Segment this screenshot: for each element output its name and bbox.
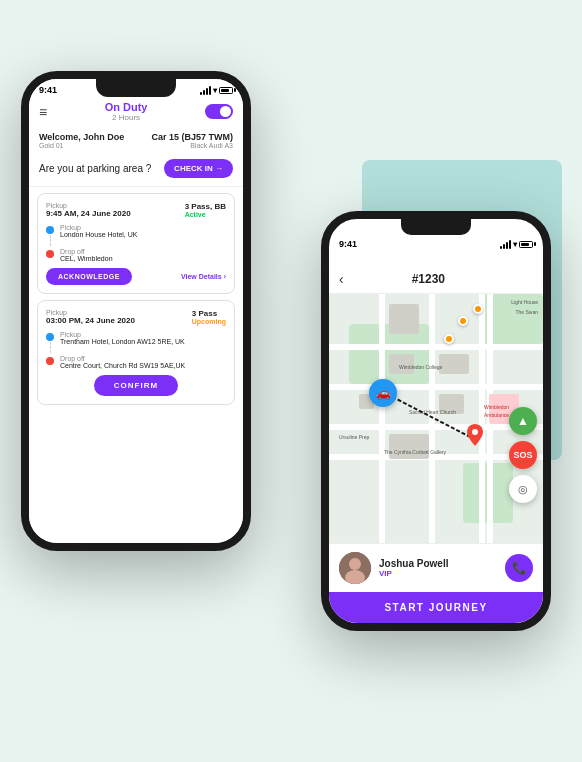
phone-icon: 📞 <box>512 561 527 575</box>
trip2-left: Pickup 03:00 PM, 24 June 2020 <box>46 309 135 325</box>
trip2-pickup-loc: Trentham Hotel, London AW12 5RE, UK <box>60 338 185 345</box>
right-signal-icon <box>500 240 511 249</box>
phones-container: 9:41 ▾ ≡ On Du <box>11 11 571 751</box>
parking-row: Are you at parking area ? CHECK IN → <box>29 151 243 187</box>
trip2-time: 03:00 PM, 24 June 2020 <box>46 316 135 325</box>
trip2-status: Upcoming <box>192 318 226 325</box>
trip1-actions: ACKNOWLEDGE View Details › <box>46 268 226 285</box>
dropoff-marker <box>467 424 483 450</box>
car-model: Black Audi A3 <box>151 142 233 149</box>
right-wifi-icon: ▾ <box>513 240 517 249</box>
passenger-info: Joshua Powell VIP <box>339 552 448 584</box>
trip1-label: Pickup <box>46 202 131 209</box>
trip2-header: Pickup 03:00 PM, 24 June 2020 3 Pass Upc… <box>46 309 226 325</box>
right-phone: 9:41 ▾ ‹ #1230 <box>321 211 551 631</box>
left-time: 9:41 <box>39 85 57 95</box>
confirm-button[interactable]: CONFIRM <box>94 375 178 396</box>
trip1-status: Active <box>185 211 226 218</box>
right-status-icons: ▾ <box>500 240 533 249</box>
trip1-dropoff-info: Drop off CEL, Wimbledon <box>60 248 113 262</box>
passenger-bar: Joshua Powell VIP 📞 <box>329 543 543 592</box>
fab-container: ▲ SOS ◎ <box>509 407 537 503</box>
app-header: ≡ On Duty 2 Hours <box>29 97 243 128</box>
welcome-left: Welcome, John Doe Gold 01 <box>39 132 124 149</box>
start-journey-button[interactable]: START JOURNEY <box>329 592 543 623</box>
svg-line-0 <box>387 394 474 439</box>
battery-icon <box>219 87 233 94</box>
back-button[interactable]: ‹ <box>339 271 344 287</box>
trip2-right: 3 Pass Upcoming <box>192 309 226 325</box>
passenger-avatar <box>339 552 371 584</box>
wifi-icon: ▾ <box>213 86 217 95</box>
dropoff-dot-icon <box>46 250 54 258</box>
header-center: On Duty 2 Hours <box>105 101 148 122</box>
trip2-route: Pickup Trentham Hotel, London AW12 5RE, … <box>46 331 226 369</box>
left-status-icons: ▾ <box>200 86 233 95</box>
rank-label: Gold 01 <box>39 142 124 149</box>
car-info: Car 15 (BJ57 TWM) Black Audi A3 <box>151 132 233 149</box>
map-area: Light House The Swan Wimbledon College S… <box>329 294 543 543</box>
call-button[interactable]: 📞 <box>505 554 533 582</box>
parking-question: Are you at parking area ? <box>39 163 151 174</box>
trip2-route-dashes-icon <box>46 342 54 353</box>
right-battery-icon <box>519 241 533 248</box>
acknowledge-button[interactable]: ACKNOWLEDGE <box>46 268 132 285</box>
view-details-link[interactable]: View Details › <box>181 273 226 280</box>
svg-point-3 <box>349 558 361 570</box>
sos-fab[interactable]: SOS <box>509 441 537 469</box>
trip2-pass: 3 Pass <box>192 309 226 318</box>
trip1-header: Pickup 9:45 AM, 24 June 2020 3 Pass, BB … <box>46 202 226 218</box>
duty-label: On Duty <box>105 101 148 113</box>
poi-church <box>444 334 454 344</box>
trip1-route: Pickup London House Hotel, UK Drop off C… <box>46 224 226 262</box>
car-plate: Car 15 (BJ57 TWM) <box>151 132 233 142</box>
route-dashes-icon <box>46 235 54 246</box>
left-phone-notch <box>96 79 176 97</box>
poi-lighthouse <box>473 304 483 314</box>
booking-id: #1230 <box>412 272 445 286</box>
trip1-pickup-row: Pickup London House Hotel, UK <box>46 224 226 246</box>
welcome-row: Welcome, John Doe Gold 01 Car 15 (BJ57 T… <box>29 128 243 151</box>
trip2-dropoff-info: Drop off Centre Court, Church Rd SW19 5A… <box>60 355 185 369</box>
trip2-dropoff-loc: Centre Court, Church Rd SW19 5AE,UK <box>60 362 185 369</box>
trip1-left: Pickup 9:45 AM, 24 June 2020 <box>46 202 131 218</box>
hamburger-icon[interactable]: ≡ <box>39 104 47 120</box>
trip2-dropoff-dot-icon <box>46 357 54 365</box>
trip1-dropoff-loc: CEL, Wimbledon <box>60 255 113 262</box>
trip-card-1: Pickup 9:45 AM, 24 June 2020 3 Pass, BB … <box>37 193 235 294</box>
signal-icon <box>200 86 211 95</box>
trip2-pickup-dot-icon <box>46 333 54 341</box>
trip2-dropoff-row: Drop off Centre Court, Church Rd SW19 5A… <box>46 355 226 369</box>
hours-label: 2 Hours <box>105 113 148 122</box>
pickup-marker: 🚗 <box>369 379 397 407</box>
trip1-pickup-label: Pickup <box>60 224 137 231</box>
pickup-dot-icon <box>46 226 54 234</box>
left-phone-screen: 9:41 ▾ ≡ On Du <box>29 79 243 543</box>
poi-swan <box>458 316 468 326</box>
trip-card-2: Pickup 03:00 PM, 24 June 2020 3 Pass Upc… <box>37 300 235 405</box>
trip1-pass: 3 Pass, BB <box>185 202 226 211</box>
svg-point-1 <box>472 429 478 435</box>
passenger-name: Joshua Powell <box>379 558 448 569</box>
passenger-text: Joshua Powell VIP <box>379 558 448 578</box>
map-header: ‹ #1230 <box>329 251 543 294</box>
left-phone: 9:41 ▾ ≡ On Du <box>21 71 251 551</box>
trip2-dropoff-label: Drop off <box>60 355 185 362</box>
trip2-pickup-row: Pickup Trentham Hotel, London AW12 5RE, … <box>46 331 226 353</box>
welcome-name: Welcome, John Doe <box>39 132 124 142</box>
right-time: 9:41 <box>339 239 357 249</box>
trip1-right: 3 Pass, BB Active <box>185 202 226 218</box>
vip-badge: VIP <box>379 569 448 578</box>
trip2-label: Pickup <box>46 309 135 316</box>
right-phone-notch <box>401 219 471 235</box>
trip2-pickup-info: Pickup Trentham Hotel, London AW12 5RE, … <box>60 331 185 345</box>
trip2-pickup-label: Pickup <box>60 331 185 338</box>
trip1-dropoff-label: Drop off <box>60 248 113 255</box>
checkin-button[interactable]: CHECK IN → <box>164 159 233 178</box>
eye-fab[interactable]: ◎ <box>509 475 537 503</box>
duty-toggle[interactable] <box>205 104 233 119</box>
trip1-time: 9:45 AM, 24 June 2020 <box>46 209 131 218</box>
trip1-pickup-info: Pickup London House Hotel, UK <box>60 224 137 238</box>
navigate-fab[interactable]: ▲ <box>509 407 537 435</box>
trip1-dropoff-row: Drop off CEL, Wimbledon <box>46 248 226 262</box>
